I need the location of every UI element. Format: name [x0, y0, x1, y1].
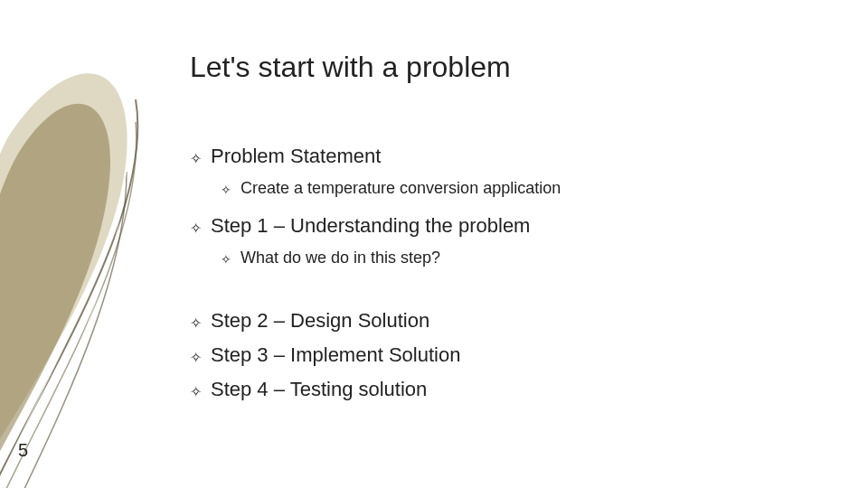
bullet-text: Step 1 – Understanding the problem — [211, 214, 530, 238]
bullet-star-icon: ✧ — [190, 220, 202, 237]
bullet-step2: ✧ Step 2 – Design Solution — [190, 309, 561, 333]
bullet-text: Problem Statement — [211, 145, 381, 168]
bullet-text: Step 4 – Testing solution — [211, 378, 427, 401]
slide-body: ✧ Problem Statement ✧ Create a temperatu… — [190, 145, 561, 412]
bullet-star-icon: ✧ — [190, 383, 202, 400]
bullet-star-icon: ✧ — [190, 150, 202, 167]
bullet-star-icon: ✧ — [190, 314, 202, 332]
decorative-wisp — [0, 0, 199, 488]
slide-title: Let's start with a problem — [190, 51, 511, 84]
bullet-star-icon: ✧ — [221, 183, 231, 197]
bullet-text: Create a temperature conversion applicat… — [241, 179, 561, 198]
page-number: 5 — [18, 440, 28, 461]
subbullet-step1-q: ✧ What do we do in this step? — [221, 249, 561, 267]
bullet-text: What do we do in this step? — [241, 249, 440, 267]
bullet-step4: ✧ Step 4 – Testing solution — [190, 378, 561, 401]
bullet-problem-statement: ✧ Problem Statement — [190, 145, 561, 168]
bullet-text: Step 2 – Design Solution — [211, 309, 429, 333]
bullet-star-icon: ✧ — [190, 349, 202, 366]
bullet-text: Step 3 – Implement Solution — [211, 343, 460, 367]
bullet-step3: ✧ Step 3 – Implement Solution — [190, 343, 561, 367]
bullet-step1: ✧ Step 1 – Understanding the problem — [190, 214, 561, 238]
subbullet-create-app: ✧ Create a temperature conversion applic… — [221, 179, 561, 198]
bullet-star-icon: ✧ — [221, 252, 231, 267]
